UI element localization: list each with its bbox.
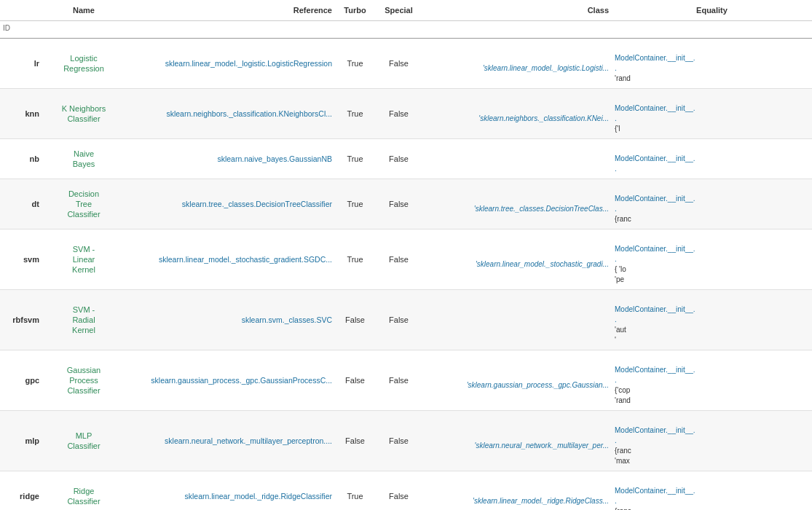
cell-class: 'sklearn.gaussian_process._gpc.Gaussian.… (422, 350, 612, 411)
cell-turbo: True (335, 39, 375, 89)
cell-class: 'sklearn.neural_network._multilayer_per.… (422, 411, 612, 471)
th-special: Special (375, 0, 422, 21)
cell-turbo: True (335, 230, 375, 290)
cell-turbo: True (335, 139, 375, 179)
cell-id: ridge (0, 471, 44, 511)
table-row: gpcGaussianProcessClassifiersklearn.gaus… (0, 350, 812, 411)
th-class: Class (422, 0, 612, 21)
cell-reference: sklearn.gaussian_process._gpc.GaussianPr… (124, 350, 335, 411)
cell-special: False (375, 139, 422, 179)
data-table: Name Reference Turbo Special Class Equal… (0, 0, 812, 510)
cell-id: mlp (0, 411, 44, 471)
subheader-row: ID (0, 21, 812, 39)
cell-turbo: True (335, 471, 375, 511)
th-reference: Reference (124, 0, 335, 21)
cell-name: LogisticRegression (44, 39, 124, 89)
cell-special: False (375, 230, 422, 290)
cell-id: rbfsvm (0, 290, 44, 350)
table-row: knnK NeighborsClassifiersklearn.neighbor… (0, 89, 812, 139)
table-body: lrLogisticRegressionsklearn.linear_model… (0, 39, 812, 511)
cell-equality: ModelContainer.__init__.. (612, 139, 812, 179)
cell-turbo: False (335, 350, 375, 411)
th-turbo: Turbo (335, 0, 375, 21)
cell-equality: ModelContainer.__init__..{'l (612, 89, 812, 139)
cell-turbo: True (335, 179, 375, 230)
cell-reference: sklearn.neural_network._multilayer_perce… (124, 411, 335, 471)
table-row: dtDecisionTreeClassifiersklearn.tree._cl… (0, 179, 812, 230)
table-row: mlpMLPClassifiersklearn.neural_network._… (0, 411, 812, 471)
th-reference-sub (124, 21, 335, 39)
cell-class (422, 139, 612, 179)
table-row: lrLogisticRegressionsklearn.linear_model… (0, 39, 812, 89)
cell-reference: sklearn.neighbors._classification.KNeigh… (124, 89, 335, 139)
cell-class: 'sklearn.linear_model._logistic.Logisti.… (422, 39, 612, 89)
th-equality: Equality (612, 0, 812, 21)
cell-id: nb (0, 139, 44, 179)
cell-equality: ModelContainer.__init__..'aut' (612, 290, 812, 350)
main-table-container: Name Reference Turbo Special Class Equal… (0, 0, 812, 510)
cell-special: False (375, 411, 422, 471)
cell-reference: sklearn.linear_model._logistic.LogisticR… (124, 39, 335, 89)
cell-reference: sklearn.linear_model._ridge.RidgeClassif… (124, 471, 335, 511)
th-special-sub (375, 21, 422, 39)
cell-name: SVM -RadialKernel (44, 290, 124, 350)
column-headers: Name Reference Turbo Special Class Equal… (0, 0, 812, 21)
cell-equality: ModelContainer.__init__..'rand (612, 39, 812, 89)
cell-special: False (375, 39, 422, 89)
cell-id: knn (0, 89, 44, 139)
cell-equality: ModelContainer.__init__..{ranc (612, 179, 812, 230)
cell-name: DecisionTreeClassifier (44, 179, 124, 230)
cell-special: False (375, 179, 422, 230)
cell-reference: sklearn.linear_model._stochastic_gradien… (124, 230, 335, 290)
cell-reference: sklearn.svm._classes.SVC (124, 290, 335, 350)
cell-name: GaussianProcessClassifier (44, 350, 124, 411)
cell-turbo: False (335, 411, 375, 471)
cell-special: False (375, 471, 422, 511)
table-row: svmSVM -LinearKernelsklearn.linear_model… (0, 230, 812, 290)
th-name-sub (44, 21, 124, 39)
cell-special: False (375, 290, 422, 350)
th-class-sub (422, 21, 612, 39)
cell-class: 'sklearn.linear_model._ridge.RidgeClass.… (422, 471, 612, 511)
cell-class: 'sklearn.neighbors._classification.KNei.… (422, 89, 612, 139)
cell-special: False (375, 89, 422, 139)
cell-special: False (375, 350, 422, 411)
th-empty (0, 0, 44, 21)
th-id-sub: ID (0, 21, 44, 39)
th-equality-sub (612, 21, 812, 39)
cell-id: dt (0, 179, 44, 230)
cell-turbo: False (335, 290, 375, 350)
cell-turbo: True (335, 89, 375, 139)
cell-equality: ModelContainer.__init__..{ranc'max (612, 411, 812, 471)
th-name: Name (44, 0, 124, 21)
cell-name: NaiveBayes (44, 139, 124, 179)
cell-reference: sklearn.tree._classes.DecisionTreeClassi… (124, 179, 335, 230)
cell-class: 'sklearn.linear_model._stochastic_gradi.… (422, 230, 612, 290)
cell-name: RidgeClassifier (44, 471, 124, 511)
cell-equality: ModelContainer.__init__..{ 'lo'pe (612, 230, 812, 290)
table-row: ridgeRidgeClassifiersklearn.linear_model… (0, 471, 812, 511)
cell-id: svm (0, 230, 44, 290)
cell-name: SVM -LinearKernel (44, 230, 124, 290)
cell-name: MLPClassifier (44, 411, 124, 471)
table-row: nbNaiveBayessklearn.naive_bayes.Gaussian… (0, 139, 812, 179)
table-row: rbfsvmSVM -RadialKernelsklearn.svm._clas… (0, 290, 812, 350)
cell-equality: ModelContainer.__init__..{ranc (612, 471, 812, 511)
cell-class (422, 290, 612, 350)
cell-name: K NeighborsClassifier (44, 89, 124, 139)
cell-id: lr (0, 39, 44, 89)
cell-class: 'sklearn.tree._classes.DecisionTreeClas.… (422, 179, 612, 230)
cell-id: gpc (0, 350, 44, 411)
cell-equality: ModelContainer.__init__..{'cop'rand (612, 350, 812, 411)
cell-reference: sklearn.naive_bayes.GaussianNB (124, 139, 335, 179)
th-turbo-sub (335, 21, 375, 39)
